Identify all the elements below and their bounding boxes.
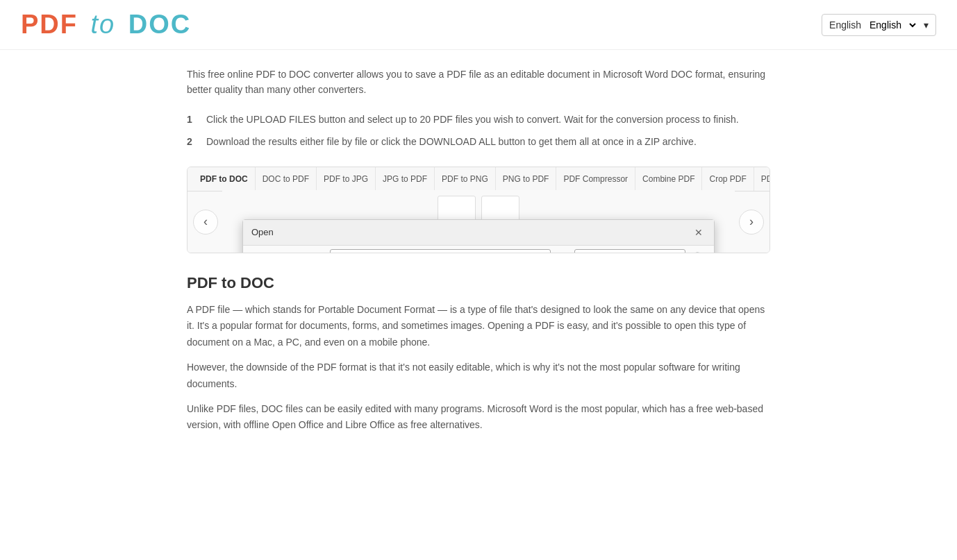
step-2-text: Download the results either file by file… [206,134,697,149]
tool-nav-pdf-compressor[interactable]: PDF Compressor [556,167,635,191]
tool-nav-jpg-to-pdf[interactable]: JPG to PDF [376,167,435,191]
dialog-toolbar: ← → ↑ 📁 This PC › New Volume (E:) ▾ ↻ 🔍 [243,246,714,253]
main-content: This free online PDF to DOC converter al… [166,50,791,459]
section-title: PDF to DOC [187,274,770,292]
forward-button[interactable]: → [269,250,286,253]
steps-list: 1 Click the UPLOAD FILES button and sele… [187,112,770,150]
tool-nav-combine-pdf[interactable]: Combine PDF [635,167,702,191]
section-below: PDF to DOC A PDF file — which stands for… [187,274,770,434]
search-input[interactable] [574,249,685,253]
intro-paragraph: This free online PDF to DOC converter al… [187,67,770,98]
tool-nav-doc-to-pdf[interactable]: DOC to PDF [256,167,317,191]
dialog-close-button[interactable]: ✕ [692,226,706,239]
file-dialog-overlay: Open ✕ ← → ↑ 📁 This PC › New Volume (E:) [194,219,763,253]
carousel-prev-button[interactable]: ‹ [193,210,218,235]
file-icon: 📁 [307,250,326,253]
header: PDF to DOC English English Español Franç… [0,0,957,50]
tool-nav-crop-pdf[interactable]: Crop PDF [702,167,754,191]
logo: PDF to DOC [21,10,191,40]
tool-nav-pdf-king[interactable]: PDF KiNew [754,167,769,191]
step-1: 1 Click the UPLOAD FILES button and sele… [187,112,770,127]
step-1-number: 1 [187,112,198,127]
language-selector[interactable]: English English Español Français Deutsch… [822,14,936,36]
up-button[interactable]: ↑ [290,250,303,253]
converter-box: PDF to DOC DOC to PDF PDF to JPG JPG to … [187,167,770,253]
language-dropdown[interactable]: English Español Français Deutsch [867,19,918,31]
section-para-2: However, the downside of the PDF format … [187,359,770,393]
back-button[interactable]: ← [249,250,265,253]
section-para-1: A PDF file — which stands for Portable D… [187,302,770,351]
dialog-titlebar: Open ✕ [243,220,714,246]
tool-nav-pdf-to-jpg[interactable]: PDF to JPG [317,167,376,191]
tool-nav-pdf-to-png[interactable]: PDF to PNG [435,167,496,191]
section-para-3: Unlike PDF files, DOC files can be easil… [187,401,770,434]
language-label: English [829,19,861,31]
step-2-number: 2 [187,134,198,149]
logo-pdf: PDF [21,10,78,39]
tool-nav-pdf-to-doc[interactable]: PDF to DOC [193,167,256,191]
upload-area: ‹ UPLOAD FILES CLEA [188,192,769,253]
tool-nav-png-to-pdf[interactable]: PNG to PDF [496,167,557,191]
chevron-down-icon: ▾ [924,19,929,31]
step-2: 2 Download the results either file by fi… [187,134,770,149]
breadcrumb-this-pc[interactable]: This PC [336,252,366,253]
refresh-button[interactable]: ↻ [555,250,570,253]
breadcrumb-sep-1: › [369,252,372,253]
search-icon[interactable]: 🔍 [690,250,708,253]
breadcrumb-new-volume[interactable]: New Volume (E:) [374,252,437,253]
breadcrumb-dropdown-icon[interactable]: ▾ [540,252,544,253]
breadcrumb-bar: This PC › New Volume (E:) ▾ [330,249,551,253]
tool-nav: PDF to DOC DOC to PDF PDF to JPG JPG to … [188,167,769,192]
dialog-title: Open [251,227,274,237]
file-dialog: Open ✕ ← → ↑ 📁 This PC › New Volume (E:) [242,219,715,253]
step-1-text: Click the UPLOAD FILES button and select… [206,112,739,127]
carousel-next-button[interactable]: › [739,210,764,235]
logo-doc: DOC [128,10,191,39]
logo-to: to [91,10,124,39]
